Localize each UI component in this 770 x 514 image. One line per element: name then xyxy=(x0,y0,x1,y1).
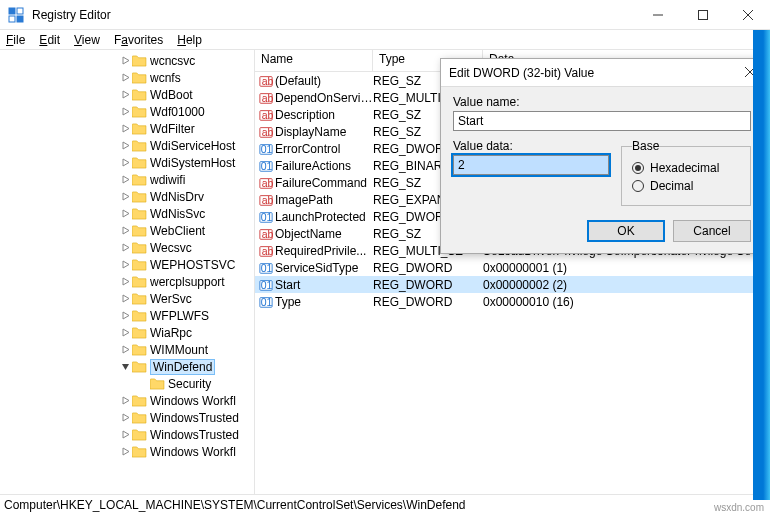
tree-label: wercplsupport xyxy=(150,275,225,289)
tree-item[interactable]: WEPHOSTSVC xyxy=(0,256,254,273)
radio-decimal[interactable]: Decimal xyxy=(632,177,740,195)
tree-item[interactable]: WindowsTrusted xyxy=(0,426,254,443)
expand-icon[interactable] xyxy=(118,124,132,133)
menu-edit[interactable]: Edit xyxy=(39,33,60,47)
tree-item[interactable]: WIMMount xyxy=(0,341,254,358)
ok-button[interactable]: OK xyxy=(587,220,665,242)
tree-item[interactable]: wcnfs xyxy=(0,69,254,86)
tree-panel[interactable]: wcncsvcwcnfsWdBootWdf01000WdFilterWdiSer… xyxy=(0,50,255,494)
tree-item[interactable]: Wecsvc xyxy=(0,239,254,256)
expand-icon[interactable] xyxy=(118,447,132,456)
menu-help[interactable]: Help xyxy=(177,33,202,47)
tree-label: wcncsvc xyxy=(150,54,195,68)
expand-icon[interactable] xyxy=(118,430,132,439)
expand-icon[interactable] xyxy=(118,192,132,201)
expand-icon[interactable] xyxy=(118,260,132,269)
expand-icon[interactable] xyxy=(118,328,132,337)
string-value-icon: ab xyxy=(257,74,275,88)
tree-item[interactable]: Wdf01000 xyxy=(0,103,254,120)
tree-item[interactable]: Security xyxy=(0,375,254,392)
svg-rect-1 xyxy=(17,8,23,14)
string-value-icon: ab xyxy=(257,227,275,241)
expand-icon[interactable] xyxy=(118,209,132,218)
svg-text:011: 011 xyxy=(261,142,273,154)
maximize-button[interactable] xyxy=(680,0,725,30)
status-bar: Computer\HKEY_LOCAL_MACHINE\SYSTEM\Curre… xyxy=(0,494,770,514)
string-value-icon: ab xyxy=(257,91,275,105)
tree-label: WFPLWFS xyxy=(150,309,209,323)
dialog-close-button[interactable] xyxy=(727,66,755,80)
expand-icon[interactable] xyxy=(118,107,132,116)
tree-item[interactable]: wercplsupport xyxy=(0,273,254,290)
expand-icon[interactable] xyxy=(118,413,132,422)
folder-icon xyxy=(132,275,148,289)
list-row[interactable]: 011StartREG_DWORD0x00000002 (2) xyxy=(255,276,770,293)
menu-view[interactable]: View xyxy=(74,33,100,47)
expand-icon[interactable] xyxy=(118,396,132,405)
value-name: LaunchProtected xyxy=(275,210,373,224)
tree-item[interactable]: WindowsTrusted xyxy=(0,409,254,426)
value-data-input[interactable] xyxy=(453,155,609,175)
expand-icon[interactable] xyxy=(118,226,132,235)
tree-item[interactable]: WdiSystemHost xyxy=(0,154,254,171)
folder-icon xyxy=(132,207,148,221)
col-name[interactable]: Name xyxy=(255,50,373,71)
value-name-input[interactable] xyxy=(453,111,751,131)
expand-icon[interactable] xyxy=(118,90,132,99)
expand-icon[interactable] xyxy=(118,345,132,354)
tree-item[interactable]: Windows Workfl xyxy=(0,392,254,409)
svg-text:011: 011 xyxy=(261,295,273,307)
tree-label: WinDefend xyxy=(150,359,215,375)
minimize-button[interactable] xyxy=(635,0,680,30)
tree-item[interactable]: WiaRpc xyxy=(0,324,254,341)
tree-item[interactable]: WdNisDrv xyxy=(0,188,254,205)
tree-item[interactable]: wcncsvc xyxy=(0,52,254,69)
tree-label: Windows Workfl xyxy=(150,394,236,408)
expand-icon[interactable] xyxy=(118,277,132,286)
tree-item[interactable]: WdBoot xyxy=(0,86,254,103)
folder-icon xyxy=(132,343,148,357)
close-button[interactable] xyxy=(725,0,770,30)
radio-hexadecimal[interactable]: Hexadecimal xyxy=(632,159,740,177)
tree-item[interactable]: Windows Workfl xyxy=(0,443,254,460)
svg-text:011: 011 xyxy=(261,210,273,222)
tree-item[interactable]: WerSvc xyxy=(0,290,254,307)
menu-file[interactable]: File xyxy=(6,33,25,47)
value-name: FailureActions xyxy=(275,159,373,173)
desktop-edge xyxy=(753,30,770,500)
cancel-button[interactable]: Cancel xyxy=(673,220,751,242)
tree-label: Security xyxy=(168,377,211,391)
svg-text:ab: ab xyxy=(262,244,273,256)
menubar: File Edit View Favorites Help xyxy=(0,30,770,50)
string-value-icon: ab xyxy=(257,193,275,207)
folder-icon xyxy=(132,88,148,102)
expand-icon[interactable] xyxy=(118,141,132,150)
tree-item[interactable]: wdiwifi xyxy=(0,171,254,188)
list-row[interactable]: 011ServiceSidTypeREG_DWORD0x00000001 (1) xyxy=(255,259,770,276)
tree-item[interactable]: WdNisSvc xyxy=(0,205,254,222)
edit-dword-dialog: Edit DWORD (32-bit) Value Value name: Va… xyxy=(440,58,764,254)
tree-item[interactable]: WebClient xyxy=(0,222,254,239)
svg-text:ab: ab xyxy=(262,193,273,205)
folder-icon xyxy=(132,190,148,204)
expand-icon[interactable] xyxy=(118,175,132,184)
menu-favorites[interactable]: Favorites xyxy=(114,33,163,47)
expand-icon[interactable] xyxy=(118,73,132,82)
binary-value-icon: 011 xyxy=(257,159,275,173)
expand-icon[interactable] xyxy=(118,311,132,320)
folder-icon xyxy=(132,54,148,68)
expand-icon[interactable] xyxy=(118,56,132,65)
list-row[interactable]: 011TypeREG_DWORD0x00000010 (16) xyxy=(255,293,770,310)
folder-icon xyxy=(132,122,148,136)
tree-item[interactable]: WdFilter xyxy=(0,120,254,137)
value-name: DisplayName xyxy=(275,125,373,139)
svg-rect-2 xyxy=(9,16,15,22)
expand-icon[interactable] xyxy=(118,158,132,167)
expand-icon[interactable] xyxy=(118,294,132,303)
collapse-icon[interactable] xyxy=(118,362,132,371)
expand-icon[interactable] xyxy=(118,243,132,252)
tree-item[interactable]: WinDefend xyxy=(0,358,254,375)
base-legend: Base xyxy=(632,139,659,153)
tree-item[interactable]: WFPLWFS xyxy=(0,307,254,324)
tree-item[interactable]: WdiServiceHost xyxy=(0,137,254,154)
